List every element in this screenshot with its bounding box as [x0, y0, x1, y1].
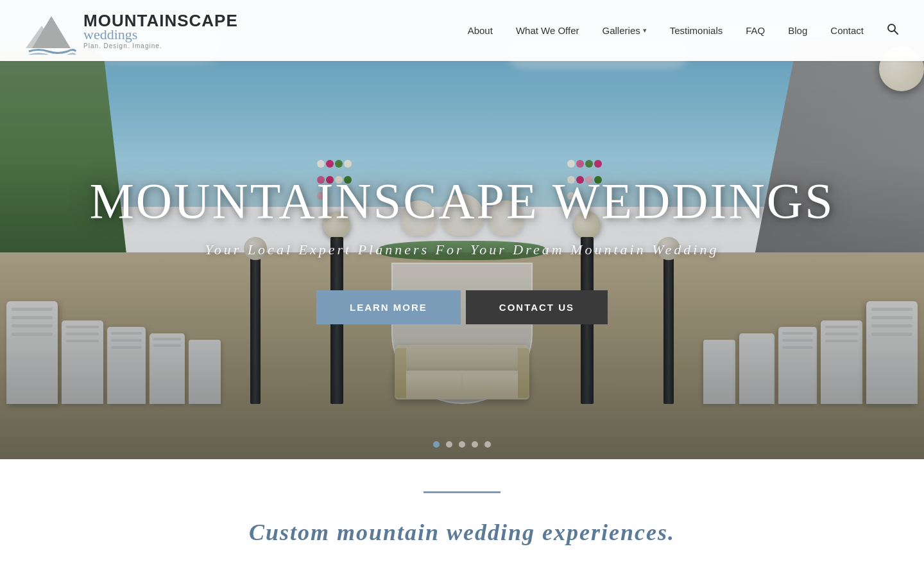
hero-title: MOUNTAINSCAPE WEDDINGS: [89, 173, 834, 229]
nav-faq[interactable]: FAQ: [734, 25, 776, 36]
learn-more-button[interactable]: LEARN MORE: [316, 290, 461, 324]
divider-line: [424, 491, 501, 493]
hero-buttons: LEARN MORE CONTACT US: [316, 290, 608, 324]
slide-dot-2[interactable]: [446, 441, 452, 448]
nav-about[interactable]: About: [456, 25, 504, 36]
main-nav: About What We Offer Galleries ▾ Testimon…: [456, 23, 898, 38]
logo-text: MOUNTAINSCAPE weddings Plan. Design. Ima…: [83, 12, 238, 49]
logo-icon: [26, 6, 77, 55]
hero-subtitle: Your local expert planners for your drea…: [205, 241, 719, 258]
below-hero-section: Custom mountain wedding experiences.: [0, 459, 924, 578]
nav-galleries[interactable]: Galleries ▾: [591, 25, 658, 36]
logo[interactable]: MOUNTAINSCAPE weddings Plan. Design. Ima…: [26, 6, 238, 55]
hero-section: MOUNTAINSCAPE WEDDINGS Your local expert…: [0, 0, 924, 459]
nav-testimonials[interactable]: Testimonials: [658, 25, 735, 36]
slide-dot-1[interactable]: [433, 441, 440, 448]
svg-line-3: [894, 31, 898, 34]
nav-what-we-offer[interactable]: What We Offer: [504, 25, 591, 36]
hero-overlay: MOUNTAINSCAPE WEDDINGS Your local expert…: [0, 0, 924, 459]
slide-dot-3[interactable]: [459, 441, 465, 448]
slide-dot-5[interactable]: [484, 441, 491, 448]
slide-dot-4[interactable]: [472, 441, 478, 448]
slider-dots: [433, 441, 491, 448]
contact-us-button[interactable]: CONTACT US: [466, 290, 608, 324]
logo-weddings: weddings: [83, 28, 238, 42]
below-heading: Custom mountain wedding experiences.: [249, 519, 675, 546]
nav-blog[interactable]: Blog: [776, 25, 819, 36]
search-icon[interactable]: [875, 23, 898, 38]
logo-tagline: Plan. Design. Imagine.: [83, 43, 238, 49]
chevron-down-icon: ▾: [643, 26, 647, 35]
site-header: MOUNTAINSCAPE weddings Plan. Design. Ima…: [0, 0, 924, 61]
nav-contact[interactable]: Contact: [819, 25, 875, 36]
